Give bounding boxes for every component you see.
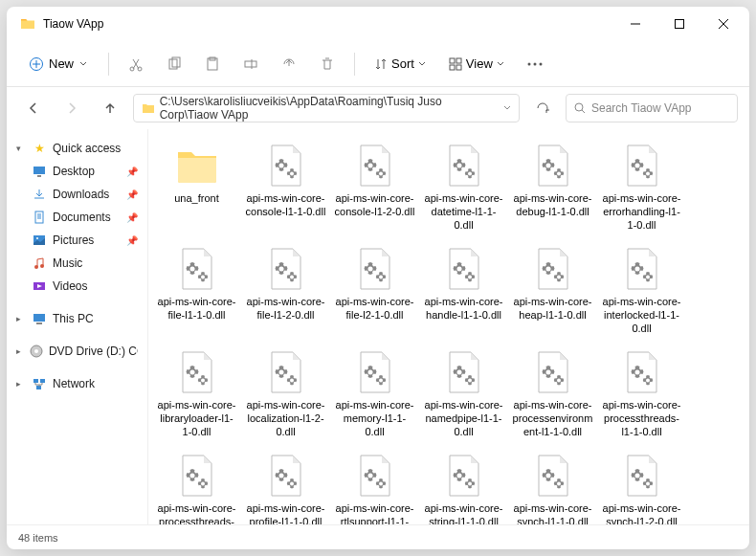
rename-button[interactable] bbox=[233, 47, 268, 81]
file-item[interactable]: api-ms-win-core-libraryloader-l1-1-0.dll bbox=[152, 344, 241, 447]
pin-icon: 📌 bbox=[126, 189, 138, 200]
sidebar-item-this-pc[interactable]: ▸This PC bbox=[7, 307, 147, 330]
file-name: api-ms-win-core-namedpipe-l1-1-0.dll bbox=[421, 399, 506, 438]
sidebar-item-network[interactable]: ▸Network bbox=[7, 372, 147, 395]
file-item[interactable]: api-ms-win-core-datetime-l1-1-0.dll bbox=[419, 137, 508, 240]
cut-button[interactable] bbox=[119, 47, 153, 81]
file-item[interactable]: api-ms-win-core-heap-l1-1-0.dll bbox=[508, 240, 597, 344]
file-item[interactable]: api-ms-win-core-file-l2-1-0.dll bbox=[330, 240, 419, 344]
svg-rect-9 bbox=[450, 58, 455, 63]
svg-point-44 bbox=[278, 267, 283, 272]
svg-rect-25 bbox=[33, 314, 45, 322]
sidebar-item-videos[interactable]: Videos bbox=[7, 275, 147, 298]
dll-file-icon bbox=[261, 451, 311, 500]
svg-point-41 bbox=[646, 172, 650, 176]
file-item[interactable]: api-ms-win-core-profile-l1-1-0.dll bbox=[241, 447, 330, 524]
address-path[interactable]: C:\Users\karolisliucveikis\AppData\Roami… bbox=[133, 94, 520, 122]
paste-button[interactable] bbox=[195, 47, 230, 81]
chevron-down-icon bbox=[497, 60, 504, 68]
file-name: api-ms-win-core-errorhandling-l1-1-0.dll bbox=[599, 192, 684, 232]
svg-point-48 bbox=[456, 267, 461, 272]
file-item[interactable]: api-ms-win-core-localization-l1-2-0.dll bbox=[241, 344, 330, 447]
back-button[interactable] bbox=[18, 93, 49, 123]
file-item[interactable]: api-ms-win-core-memory-l1-1-0.dll bbox=[330, 344, 419, 447]
titlebar[interactable]: Tiaow VApp bbox=[7, 7, 749, 41]
svg-rect-10 bbox=[456, 58, 461, 63]
sidebar-item-dvd[interactable]: ▸DVD Drive (D:) CCCC bbox=[7, 340, 147, 363]
svg-point-53 bbox=[646, 276, 650, 279]
pin-icon: 📌 bbox=[126, 167, 138, 177]
folder-icon bbox=[142, 101, 154, 115]
minimize-button[interactable] bbox=[613, 9, 657, 39]
svg-rect-12 bbox=[456, 65, 461, 70]
svg-point-76 bbox=[634, 474, 639, 478]
file-item[interactable]: api-ms-win-core-console-l1-1-0.dll bbox=[241, 137, 330, 240]
sidebar-item-documents[interactable]: Documents📌 bbox=[7, 206, 147, 229]
file-item[interactable]: api-ms-win-core-file-l1-1-0.dll bbox=[152, 240, 241, 344]
file-item[interactable]: api-ms-win-core-errorhandling-l1-1-0.dll bbox=[597, 137, 686, 240]
file-item[interactable]: api-ms-win-core-processenvironment-l1-1-… bbox=[508, 344, 597, 447]
navigation-pane: ▾★Quick access Desktop📌 Downloads📌 Docum… bbox=[7, 129, 148, 524]
dll-file-icon bbox=[350, 244, 400, 294]
view-button[interactable]: View bbox=[439, 51, 514, 77]
svg-point-36 bbox=[456, 164, 461, 168]
svg-point-64 bbox=[634, 370, 639, 375]
file-name: api-ms-win-core-synch-l1-2-0.dll bbox=[599, 502, 684, 524]
sidebar-item-downloads[interactable]: Downloads📌 bbox=[7, 183, 147, 206]
delete-button[interactable] bbox=[310, 47, 345, 81]
dll-file-icon bbox=[172, 244, 222, 294]
file-view[interactable]: una_frontapi-ms-win-core-console-l1-1-0.… bbox=[148, 129, 749, 524]
dll-file-icon bbox=[350, 347, 400, 397]
svg-point-59 bbox=[379, 379, 383, 383]
file-item[interactable]: api-ms-win-core-console-l1-2-0.dll bbox=[330, 137, 419, 240]
svg-point-38 bbox=[545, 164, 550, 168]
forward-button[interactable] bbox=[56, 93, 87, 123]
file-item[interactable]: api-ms-win-core-interlocked-l1-1-0.dll bbox=[597, 240, 686, 344]
videos-icon bbox=[32, 278, 47, 294]
chevron-down-icon bbox=[418, 60, 426, 68]
folder-item[interactable]: una_front bbox=[152, 137, 241, 240]
sidebar-item-desktop[interactable]: Desktop📌 bbox=[7, 160, 147, 183]
up-button[interactable] bbox=[95, 93, 125, 123]
file-item[interactable]: api-ms-win-core-string-l1-1-0.dll bbox=[419, 447, 508, 524]
svg-point-73 bbox=[468, 482, 472, 486]
more-button[interactable] bbox=[518, 47, 552, 81]
close-button[interactable] bbox=[701, 9, 745, 39]
new-button[interactable]: New bbox=[18, 51, 99, 77]
file-item[interactable]: api-ms-win-core-processthreads-l1-1-1.dl… bbox=[152, 447, 241, 524]
path-text: C:\Users\karolisliucveikis\AppData\Roami… bbox=[160, 95, 498, 122]
svg-rect-18 bbox=[37, 175, 41, 177]
search-input[interactable]: Search Tiaow VApp bbox=[566, 94, 738, 122]
sort-button[interactable]: Sort bbox=[365, 51, 435, 77]
copy-button[interactable] bbox=[157, 47, 191, 81]
file-item[interactable]: api-ms-win-core-rtlsupport-l1-1-0.dll bbox=[330, 447, 419, 524]
dll-file-icon bbox=[528, 451, 578, 500]
dll-file-icon bbox=[439, 141, 489, 190]
chevron-down-icon[interactable] bbox=[503, 101, 511, 115]
file-item[interactable]: api-ms-win-core-synch-l1-2-0.dll bbox=[597, 447, 686, 524]
documents-icon bbox=[32, 210, 47, 225]
file-item[interactable]: api-ms-win-core-file-l1-2-0.dll bbox=[241, 240, 330, 344]
svg-point-35 bbox=[379, 172, 383, 176]
sidebar-item-music[interactable]: Music bbox=[7, 252, 147, 275]
network-icon bbox=[32, 376, 47, 391]
sidebar-item-quick-access[interactable]: ▾★Quick access bbox=[7, 137, 147, 160]
svg-point-33 bbox=[290, 172, 294, 176]
file-item[interactable]: api-ms-win-core-synch-l1-1-0.dll bbox=[508, 447, 597, 524]
file-item[interactable]: api-ms-win-core-processthreads-l1-1-0.dl… bbox=[597, 344, 686, 447]
pictures-icon bbox=[32, 233, 47, 248]
svg-point-51 bbox=[557, 276, 561, 279]
svg-point-75 bbox=[557, 482, 561, 486]
share-button[interactable] bbox=[272, 47, 306, 81]
refresh-button[interactable] bbox=[527, 93, 558, 123]
file-item[interactable]: api-ms-win-core-handle-l1-1-0.dll bbox=[419, 240, 508, 344]
svg-point-58 bbox=[367, 370, 372, 375]
file-name: api-ms-win-core-interlocked-l1-1-0.dll bbox=[599, 296, 684, 335]
file-item[interactable]: api-ms-win-core-namedpipe-l1-1-0.dll bbox=[419, 344, 508, 447]
maximize-button[interactable] bbox=[657, 9, 701, 39]
file-item[interactable]: api-ms-win-core-debug-l1-1-0.dll bbox=[508, 137, 597, 240]
sidebar-item-pictures[interactable]: Pictures📌 bbox=[7, 229, 147, 252]
dll-file-icon bbox=[172, 347, 222, 397]
file-name: api-ms-win-core-file-l2-1-0.dll bbox=[332, 296, 417, 322]
address-bar: C:\Users\karolisliucveikis\AppData\Roami… bbox=[7, 87, 749, 129]
